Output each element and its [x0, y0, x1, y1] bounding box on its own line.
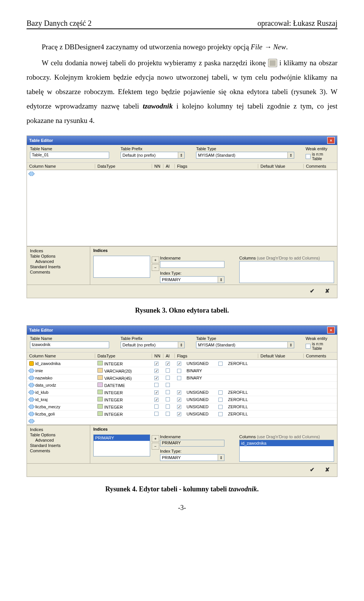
table-row[interactable]: id_krajINTEGER✓✓UNSIGNED ZEROFILL	[27, 396, 337, 403]
titlebar-title: Table Editor	[29, 138, 53, 143]
checkbox[interactable]	[166, 390, 170, 394]
index-row[interactable]: PRIMARY	[94, 435, 150, 441]
table-row[interactable]	[27, 417, 337, 425]
checkbox[interactable]	[166, 412, 170, 416]
options-tree[interactable]: Indices Table Options Advanced Standard …	[27, 425, 90, 463]
checkbox[interactable]: ✓	[177, 398, 181, 402]
checkbox[interactable]	[177, 376, 181, 380]
page-header: Bazy Danych część 2 opracował: Łukasz Ru…	[27, 19, 337, 29]
label-indexname: Indexname	[160, 434, 237, 439]
chevron-updown-icon[interactable]: ⇕	[287, 342, 294, 348]
table-row[interactable]: liczba_goliINTEGER✓UNSIGNED ZEROFILL	[27, 410, 337, 417]
table-row[interactable]: id_zawodnikaINTEGER✓✓✓UNSIGNED ZEROFILL	[27, 360, 337, 367]
figure4-table-editor: Table Editor × Table Name tzawodnik Tabl…	[27, 325, 337, 477]
index-columns-list[interactable]	[239, 261, 334, 283]
cancel-x-icon[interactable]: ✘	[322, 466, 333, 474]
checkbox[interactable]	[154, 412, 158, 416]
table-row[interactable]: liczba_meczyINTEGER✓UNSIGNED ZEROFILL	[27, 403, 337, 410]
checkbox[interactable]	[166, 376, 170, 380]
select-tableprefix[interactable]: Default (no prefix)⇕	[121, 341, 185, 348]
label-tabletype: Table Type	[196, 146, 294, 151]
columns-body[interactable]: id_zawodnikaINTEGER✓✓✓UNSIGNED ZEROFILLi…	[27, 359, 337, 425]
checkbox[interactable]: ✓	[154, 390, 158, 395]
input-tablename[interactable]: tzawodnik	[30, 341, 109, 348]
checkbox[interactable]	[166, 397, 170, 401]
checkbox[interactable]	[154, 404, 158, 409]
titlebar: Table Editor ×	[27, 136, 337, 145]
chevron-updown-icon[interactable]: ⇕	[178, 152, 184, 158]
checkbox[interactable]: ✓	[177, 405, 181, 409]
label-indextype: Index Type:	[160, 271, 237, 275]
checkbox[interactable]: ✓	[177, 412, 181, 416]
table-row[interactable]: nazwiskoVARCHAR(45)✓BINARY	[27, 374, 337, 381]
input-indexname[interactable]	[160, 261, 224, 268]
header-left: Bazy Danych część 2	[27, 19, 92, 28]
checkbox[interactable]	[218, 405, 223, 409]
apply-check-icon[interactable]: ✔	[307, 287, 317, 295]
datatype-icon	[97, 382, 103, 387]
column-icon	[28, 419, 35, 423]
columns-body-empty[interactable]	[27, 170, 337, 246]
p2-tzawodnik: tzawodnik	[143, 102, 173, 110]
index-list[interactable]: PRIMARY	[93, 434, 150, 456]
remove-index-icon[interactable]: −	[152, 443, 159, 450]
checkbox[interactable]	[218, 390, 223, 395]
checkbox[interactable]: ✓	[154, 369, 158, 373]
select-tabletype[interactable]: MYISAM (Standard)⇕	[196, 152, 294, 159]
check-isnmtable[interactable]	[306, 154, 311, 159]
checkbox[interactable]	[218, 412, 223, 416]
chevron-updown-icon[interactable]: ⇕	[218, 455, 224, 461]
chevron-updown-icon[interactable]: ⇕	[218, 277, 224, 283]
cancel-x-icon[interactable]: ✘	[322, 287, 333, 295]
checkbox[interactable]: ✓	[154, 398, 158, 402]
checkbox[interactable]: ✓	[177, 390, 181, 395]
input-tablename[interactable]: Table_01	[30, 152, 109, 159]
chevron-updown-icon[interactable]: ⇕	[287, 152, 294, 158]
checkbox[interactable]: ✓	[166, 362, 170, 366]
checkbox[interactable]	[154, 383, 158, 387]
check-isnmtable[interactable]	[306, 344, 311, 349]
apply-check-icon[interactable]: ✔	[307, 466, 317, 474]
remove-index-icon[interactable]: −	[152, 264, 159, 271]
checkbox[interactable]: ✓	[154, 362, 158, 366]
checkbox[interactable]	[218, 362, 223, 366]
checkbox[interactable]	[166, 383, 170, 387]
body-text: Pracę z DBDesigner4 zaczynamy od utworze…	[27, 40, 337, 128]
table-row[interactable]: id_klubINTEGER✓✓UNSIGNED ZEROFILL	[27, 389, 337, 396]
chevron-updown-icon[interactable]: ⇕	[178, 342, 184, 348]
select-indextype[interactable]: PRIMARY⇕	[160, 454, 224, 461]
label-tablename: Table Name	[30, 146, 109, 151]
table-row[interactable]: data_urodzDATETIME	[27, 381, 337, 389]
datatype-icon	[97, 390, 103, 394]
titlebar: Table Editor ×	[27, 326, 337, 335]
close-icon[interactable]: ×	[327, 137, 335, 144]
checkbox[interactable]	[166, 368, 170, 373]
checkbox[interactable]: ✓	[177, 362, 181, 366]
select-indextype[interactable]: PRIMARY⇕	[160, 276, 224, 283]
select-tableprefix[interactable]: Default (no prefix)⇕	[121, 152, 185, 159]
index-columns-list[interactable]: id_zawodnika	[239, 440, 334, 462]
index-list[interactable]	[93, 256, 150, 278]
column-icon	[28, 412, 35, 416]
label-tablename: Table Name	[30, 336, 109, 341]
checkbox[interactable]	[177, 369, 181, 373]
checkbox[interactable]	[166, 404, 170, 409]
column-icon	[28, 397, 35, 402]
label-weakentity: Weak entity	[306, 336, 334, 341]
checkbox[interactable]	[218, 398, 223, 402]
add-index-icon[interactable]: +	[152, 435, 159, 442]
select-tabletype[interactable]: MYISAM (Standard)⇕	[196, 341, 294, 348]
add-index-icon[interactable]: +	[152, 256, 159, 263]
label-indices: Indices	[93, 427, 334, 432]
figure4-caption: Rysunek 4. Edytor tabeli - kolumny tabel…	[27, 485, 337, 493]
datatype-icon	[97, 411, 103, 416]
datatype-icon	[97, 368, 103, 373]
options-tree[interactable]: Indices Table Options Advanced Standard …	[27, 247, 90, 285]
input-indexname[interactable]: PRIMARY	[160, 440, 224, 447]
index-column-row[interactable]: id_zawodnika	[240, 440, 334, 446]
checkbox[interactable]: ✓	[154, 376, 158, 380]
label-indices: Indices	[93, 248, 334, 253]
table-row[interactable]: imieVARCHAR(20)✓BINARY	[27, 367, 337, 374]
column-icon	[28, 383, 35, 387]
close-icon[interactable]: ×	[327, 327, 335, 334]
